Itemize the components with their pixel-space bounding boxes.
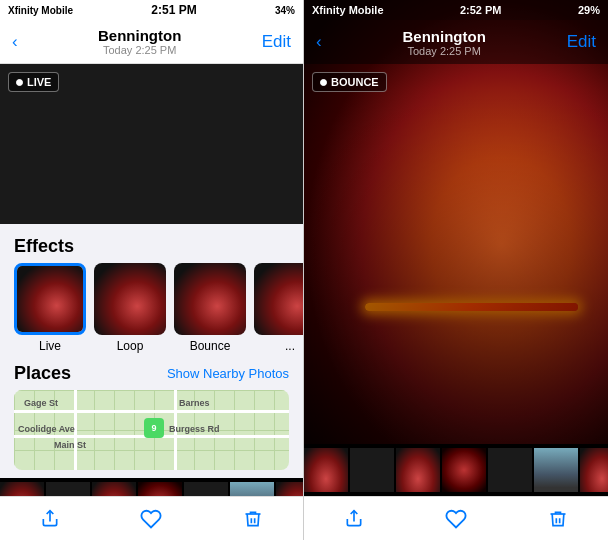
places-header: Places Show Nearby Photos [14,363,289,384]
thumb-3[interactable] [92,482,136,496]
main-photo[interactable]: BOUNCE [304,0,608,444]
effect-live[interactable]: Live [14,263,86,353]
effect-thumb-more[interactable] [254,263,303,335]
back-button-left[interactable]: ‹ [12,32,18,52]
nav-bar-left: ‹ Bennington Today 2:25 PM Edit [0,20,303,64]
effects-row: Live Loop Bounce ... [0,263,303,363]
chevron-left-icon: ‹ [12,32,18,52]
places-section: Places Show Nearby Photos 9 Gage St Cool… [0,363,303,478]
thumb-5[interactable] [184,482,228,496]
effect-loop[interactable]: Loop [94,263,166,353]
effect-thumb-bounce[interactable] [174,263,246,335]
favorite-button-right[interactable] [433,504,479,534]
edit-button-left[interactable]: Edit [262,32,291,52]
thumb-1[interactable] [0,482,44,496]
status-bar-left: Xfinity Mobile 2:51 PM 34% [0,0,303,20]
effect-image-live [17,266,83,332]
battery-left: 34% [275,5,295,16]
map-preview[interactable]: 9 Gage St Coolidge Ave Main St Barnes Bu… [14,390,289,470]
places-title: Places [14,363,71,384]
edit-button-right[interactable]: Edit [567,32,596,52]
live-dot-icon [16,79,23,86]
favorite-button-left[interactable] [128,504,174,534]
share-button-left[interactable] [28,505,72,533]
toolbar-right [304,496,608,540]
nav-title-right: Bennington Today 2:25 PM [403,28,486,57]
right-thumb-4[interactable] [442,448,486,492]
bounce-badge: BOUNCE [312,72,387,92]
effect-image-more [254,263,303,335]
map-label-gage: Gage St [24,398,58,408]
toolbar-left [0,496,303,540]
thumb-6[interactable] [230,482,274,496]
nav-title-left: Bennington Today 2:25 PM [98,27,181,56]
map-label-coolidge: Coolidge Ave [18,424,75,434]
time-right: 2:52 PM [460,4,502,16]
carrier-left: Xfinity Mobile [8,5,73,16]
back-button-right[interactable]: ‹ [316,32,322,52]
photo-title-left: Bennington [98,27,181,44]
effect-label-more: ... [285,339,295,353]
photo-title-right: Bennington [403,28,486,45]
iron-structure [304,0,608,444]
effect-label-loop: Loop [117,339,144,353]
delete-button-left[interactable] [231,505,275,533]
thumb-4[interactable] [138,482,182,496]
thumb-7[interactable] [276,482,303,496]
right-thumb-6[interactable] [534,448,578,492]
bounce-dot-icon [320,79,327,86]
map-label-main: Main St [54,440,86,450]
thumb-2[interactable] [46,482,90,496]
effect-thumb-loop[interactable] [94,263,166,335]
effects-header: Effects [0,224,303,263]
effect-label-bounce: Bounce [190,339,231,353]
chevron-left-icon-right: ‹ [316,32,322,52]
delete-button-right[interactable] [536,505,580,533]
right-thumb-2[interactable] [350,448,394,492]
right-thumb-1[interactable] [304,448,348,492]
effect-more[interactable]: ... [254,263,303,353]
share-button-right[interactable] [332,505,376,533]
effect-image-loop [94,263,166,335]
effect-thumb-live[interactable] [14,263,86,335]
right-thumb-3[interactable] [396,448,440,492]
show-nearby-button[interactable]: Show Nearby Photos [167,366,289,381]
photo-subtitle-right: Today 2:25 PM [403,45,486,57]
map-label-burgess: Burgess Rd [169,424,220,434]
photo-subtitle-left: Today 2:25 PM [98,44,181,56]
thumbnail-strip-right[interactable] [304,444,608,496]
right-thumb-7[interactable] [580,448,608,492]
map-road-h1 [14,410,289,413]
battery-right: 29% [578,4,600,16]
status-bar-right: Xfinity Mobile 2:52 PM 29% [304,0,608,20]
map-label-barnes: Barnes [179,398,210,408]
thumbnail-strip-left[interactable] [0,478,303,496]
photo-preview-left: LIVE [0,64,303,224]
effect-bounce[interactable]: Bounce [174,263,246,353]
right-thumb-5[interactable] [488,448,532,492]
effect-label-live: Live [39,339,61,353]
content-scroll[interactable]: Effects Live Loop Bounce [0,224,303,496]
left-panel: Xfinity Mobile 2:51 PM 34% ‹ Bennington … [0,0,304,540]
map-pin[interactable]: 9 [144,418,164,438]
effect-image-bounce [174,263,246,335]
right-panel: Xfinity Mobile 2:52 PM 29% ‹ Bennington … [304,0,608,540]
live-badge: LIVE [8,72,59,92]
carrier-right: Xfinity Mobile [312,4,384,16]
nav-bar-right: ‹ Bennington Today 2:25 PM Edit [304,20,608,64]
time-left: 2:51 PM [151,3,196,17]
